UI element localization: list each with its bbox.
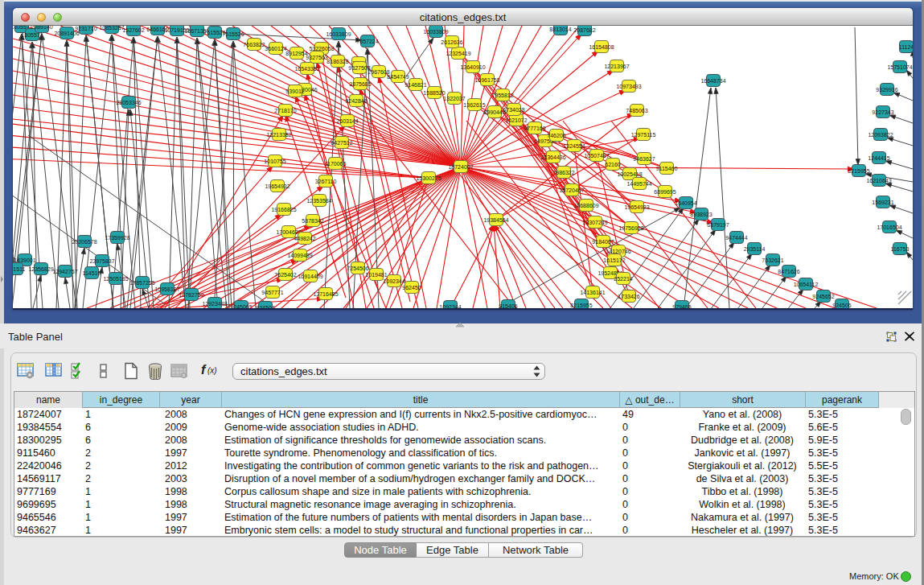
svg-text:7254506: 7254506 [347, 266, 368, 271]
svg-text:17016504: 17016504 [877, 225, 901, 230]
svg-text:23975887: 23975887 [89, 258, 114, 264]
svg-text:8471626: 8471626 [778, 269, 799, 274]
svg-text:14136141: 14136141 [580, 290, 605, 295]
svg-text:1621072: 1621072 [505, 117, 527, 123]
svg-text:2718170: 2718170 [274, 108, 296, 113]
svg-text:11124: 11124 [899, 44, 913, 50]
svg-text:17857255: 17857255 [129, 280, 154, 286]
svg-text:62160: 62160 [605, 162, 621, 167]
svg-text:10654112: 10654112 [794, 282, 819, 287]
svg-text:19654932: 19654932 [265, 183, 290, 189]
svg-text:1527602: 1527602 [122, 27, 144, 33]
svg-text:7515526: 7515526 [222, 31, 244, 37]
svg-text:12213382: 12213382 [266, 132, 291, 138]
svg-text:8215955: 8215955 [570, 303, 592, 308]
svg-text:7485063: 7485063 [626, 108, 647, 113]
svg-text:3267110: 3267110 [315, 179, 337, 184]
svg-text:7663822: 7663822 [243, 42, 265, 47]
svg-text:13640910: 13640910 [460, 64, 485, 70]
svg-text:12213967: 12213967 [604, 64, 629, 69]
svg-text:16033809: 16033809 [326, 31, 351, 37]
svg-text:15300275: 15300275 [416, 175, 441, 181]
svg-text:1244415: 1244415 [868, 155, 889, 161]
svg-text:16543362: 16543362 [294, 66, 319, 72]
svg-text:14120746: 14120746 [606, 249, 630, 254]
svg-text:9245652: 9245652 [812, 294, 834, 299]
svg-text:10973493: 10973493 [616, 84, 641, 89]
svg-text:9777169: 9777169 [524, 126, 545, 131]
svg-text:10025418: 10025418 [617, 171, 642, 177]
svg-text:16210643: 16210643 [866, 178, 891, 183]
svg-text:53226058: 53226058 [309, 46, 334, 51]
svg-text:2603144: 2603144 [336, 118, 358, 124]
svg-text:19166825: 19166825 [271, 207, 296, 212]
svg-text:16782759: 16782759 [179, 292, 203, 298]
svg-text:1615172: 1615172 [603, 257, 625, 263]
svg-text:2089140: 2089140 [31, 26, 52, 30]
svg-text:18307249: 18307249 [582, 220, 607, 225]
svg-text:17359928: 17359928 [105, 235, 129, 241]
svg-text:9115460: 9115460 [656, 166, 678, 171]
svg-text:19756928: 19756928 [618, 225, 643, 231]
svg-text:3875685: 3875685 [349, 81, 371, 87]
svg-text:15720407: 15720407 [559, 187, 584, 193]
svg-text:15751074: 15751074 [887, 64, 912, 70]
svg-text:10853287: 10853287 [99, 26, 124, 31]
svg-text:12923448: 12923448 [202, 301, 227, 307]
svg-text:1092344: 1092344 [383, 278, 405, 284]
svg-text:9329936: 9329936 [876, 87, 897, 93]
svg-text:12093822: 12093822 [868, 132, 893, 138]
svg-text:391511: 391511 [13, 266, 26, 272]
svg-text:3660124: 3660124 [265, 46, 286, 51]
svg-text:16033809: 16033809 [423, 29, 448, 35]
svg-text:4498242: 4498242 [294, 236, 315, 241]
svg-text:8990443: 8990443 [483, 109, 505, 115]
svg-text:8186328: 8186328 [326, 59, 348, 64]
svg-text:12356829: 12356829 [28, 266, 53, 272]
svg-text:7625402: 7625402 [274, 272, 296, 278]
svg-text:116753: 116753 [891, 246, 910, 252]
svg-text:10958187: 10958187 [154, 286, 179, 292]
svg-text:6879197: 6879197 [707, 222, 729, 228]
svg-text:16914409: 16914409 [298, 274, 322, 279]
svg-text:1019481: 1019481 [365, 272, 387, 278]
svg-text:9463627: 9463627 [633, 156, 655, 162]
svg-text:16961758: 16961758 [474, 77, 499, 83]
svg-text:746206: 746206 [547, 133, 565, 138]
svg-text:8938923: 8938923 [690, 212, 712, 217]
svg-text:1733426: 1733426 [618, 294, 639, 299]
svg-text:924506: 924506 [832, 303, 851, 308]
svg-text:1362615: 1362615 [463, 102, 485, 108]
svg-text:9474444: 9474444 [725, 235, 747, 241]
svg-text:12975115: 12975115 [631, 132, 656, 138]
svg-text:252214: 252214 [614, 276, 632, 282]
svg-text:1439001: 1439001 [14, 257, 35, 263]
svg-text:18724007: 18724007 [448, 164, 473, 170]
svg-text:12353584: 12353584 [306, 198, 331, 204]
svg-text:939012: 939012 [285, 89, 304, 94]
svg-text:8215955: 8215955 [848, 168, 869, 174]
svg-text:16648784: 16648784 [700, 78, 725, 84]
svg-text:5878342: 5878342 [302, 218, 323, 224]
svg-text:8813014: 8813014 [549, 27, 571, 32]
svg-text:9327503: 9327503 [306, 55, 327, 60]
svg-text:7632621: 7632621 [762, 257, 783, 263]
svg-text:9227343: 9227343 [872, 109, 893, 115]
svg-text:10507487: 10507487 [584, 153, 609, 159]
svg-text:13716485: 13716485 [313, 291, 338, 297]
svg-text:9242848: 9242848 [345, 98, 367, 104]
svg-text:9146821: 9146821 [405, 82, 426, 88]
svg-text:9184067: 9184067 [592, 239, 614, 245]
svg-text:1322037: 1322037 [443, 96, 465, 101]
svg-text:12942757: 12942757 [52, 269, 77, 274]
svg-text:16154808: 16154808 [589, 44, 614, 50]
svg-text:10688609: 10688609 [573, 203, 598, 208]
svg-text:21364436: 21364436 [540, 154, 565, 160]
svg-text:1324554: 1324554 [563, 143, 585, 149]
svg-text:2612636: 2612636 [441, 39, 462, 45]
svg-text:2087682: 2087682 [573, 27, 595, 33]
svg-text:7955812: 7955812 [491, 93, 513, 98]
svg-text:17004678: 17004678 [276, 229, 301, 235]
svg-text:20206578: 20206578 [72, 239, 97, 245]
svg-text:8427512: 8427512 [331, 140, 352, 146]
